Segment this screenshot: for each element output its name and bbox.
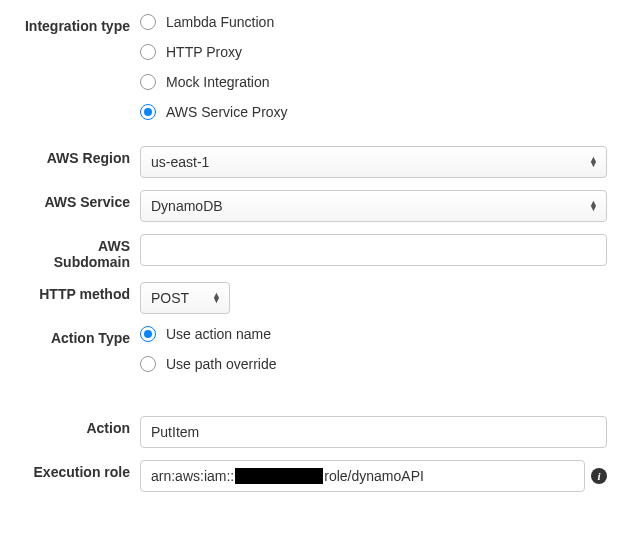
action-type-option-path[interactable]: Use path override — [140, 356, 607, 372]
radio-icon — [140, 74, 156, 90]
execution-role-label: Execution role — [20, 460, 140, 480]
select-value: POST — [151, 290, 189, 306]
aws-subdomain-label: AWS Subdomain — [20, 234, 140, 270]
http-method-select[interactable]: POST ▲▼ — [140, 282, 230, 314]
integration-type-label: Integration type — [20, 14, 140, 34]
action-type-label: Action Type — [20, 326, 140, 346]
redacted-icon — [235, 468, 323, 484]
radio-label: Mock Integration — [166, 74, 270, 90]
http-method-label: HTTP method — [20, 282, 140, 302]
info-icon[interactable]: i — [591, 468, 607, 484]
action-type-group: Use action name Use path override — [140, 326, 607, 386]
radio-label: Lambda Function — [166, 14, 274, 30]
chevron-updown-icon: ▲▼ — [589, 157, 598, 167]
select-value: DynamoDB — [151, 198, 223, 214]
aws-subdomain-input[interactable] — [140, 234, 607, 266]
radio-label: AWS Service Proxy — [166, 104, 288, 120]
radio-icon — [140, 14, 156, 30]
aws-region-select[interactable]: us-east-1 ▲▼ — [140, 146, 607, 178]
radio-icon — [140, 326, 156, 342]
radio-icon — [140, 44, 156, 60]
execution-role-suffix: role/dynamoAPI — [324, 468, 424, 484]
radio-label: Use path override — [166, 356, 277, 372]
radio-label: HTTP Proxy — [166, 44, 242, 60]
action-label: Action — [20, 416, 140, 436]
integration-type-option-http-proxy[interactable]: HTTP Proxy — [140, 44, 607, 60]
chevron-updown-icon: ▲▼ — [589, 201, 598, 211]
action-type-option-name[interactable]: Use action name — [140, 326, 607, 342]
select-value: us-east-1 — [151, 154, 209, 170]
action-input[interactable] — [140, 416, 607, 448]
radio-icon — [140, 104, 156, 120]
integration-type-option-lambda[interactable]: Lambda Function — [140, 14, 607, 30]
aws-region-label: AWS Region — [20, 146, 140, 166]
integration-type-group: Lambda Function HTTP Proxy Mock Integrat… — [140, 14, 607, 134]
aws-service-label: AWS Service — [20, 190, 140, 210]
execution-role-prefix: arn:aws:iam:: — [151, 468, 234, 484]
radio-icon — [140, 356, 156, 372]
execution-role-input[interactable]: arn:aws:iam::role/dynamoAPI — [140, 460, 585, 492]
chevron-updown-icon: ▲▼ — [212, 293, 221, 303]
integration-type-option-mock[interactable]: Mock Integration — [140, 74, 607, 90]
aws-service-select[interactable]: DynamoDB ▲▼ — [140, 190, 607, 222]
integration-type-option-aws-service-proxy[interactable]: AWS Service Proxy — [140, 104, 607, 120]
radio-label: Use action name — [166, 326, 271, 342]
